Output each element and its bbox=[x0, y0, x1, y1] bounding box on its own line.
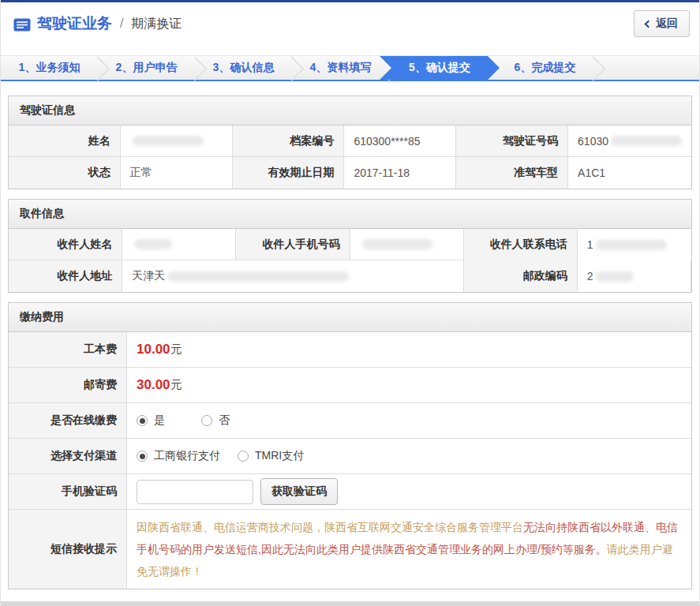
back-button[interactable]: 返回 bbox=[634, 10, 690, 37]
sms-code-input[interactable] bbox=[137, 480, 253, 504]
channel-tmri-option[interactable]: TMRI支付 bbox=[238, 449, 304, 463]
step-2-user-declaration[interactable]: 2、用户申告 bbox=[98, 56, 195, 80]
address-value: 天津天 bbox=[122, 260, 464, 292]
main-content: 驾驶证信息 姓名 档案编号 610300****85 驾驶证号码 61030 状… bbox=[1, 81, 699, 606]
postage-value: 30.00元 bbox=[127, 368, 691, 403]
file-no-value: 610300****85 bbox=[344, 125, 456, 157]
postcode-label: 邮政编码 bbox=[464, 260, 578, 292]
redacted-name bbox=[133, 136, 204, 146]
recipient-mobile-value bbox=[350, 229, 464, 260]
recipient-mobile-label: 收件人手机号码 bbox=[236, 229, 350, 260]
page-header: 驾驶证业务 / 期满换证 返回 bbox=[1, 2, 699, 45]
pay-online-no-label: 否 bbox=[219, 413, 230, 428]
bottom-divider-strip bbox=[1, 601, 699, 606]
radio-checked-icon[interactable] bbox=[137, 415, 148, 426]
recipient-name-value bbox=[122, 229, 236, 260]
channel-icbc-option[interactable]: 工商银行支付 bbox=[137, 449, 220, 463]
status-label: 状态 bbox=[9, 157, 121, 189]
name-value bbox=[121, 125, 233, 157]
file-no-label: 档案编号 bbox=[233, 125, 345, 157]
step-5-confirm-submit-active[interactable]: 5、确认提交 bbox=[380, 56, 500, 80]
postage-unit: 元 bbox=[171, 378, 182, 392]
postcode-value: 2 bbox=[578, 260, 691, 292]
pay-channel-options: 工商银行支付 TMRI支付 bbox=[127, 439, 691, 474]
fee-amount: 10.00 bbox=[137, 342, 170, 357]
step-1-business-notice[interactable]: 1、业务须知 bbox=[1, 56, 98, 80]
license-info-section: 驾驶证信息 姓名 档案编号 610300****85 驾驶证号码 61030 状… bbox=[8, 95, 692, 189]
fee-label: 工本费 bbox=[9, 332, 127, 368]
fee-value: 10.00元 bbox=[127, 332, 691, 368]
radio-unchecked-icon[interactable] bbox=[201, 415, 212, 426]
expiry-value: 2017-11-18 bbox=[344, 157, 456, 189]
redacted-recipient-tel bbox=[596, 240, 667, 250]
payment-section-title: 缴纳费用 bbox=[9, 303, 691, 332]
payment-section: 缴纳费用 工本费 10.00元 邮寄费 30.00元 是否在线缴费 是 否 bbox=[8, 302, 692, 589]
license-no-label: 驾驶证号码 bbox=[456, 125, 568, 157]
channel-tmri-label: TMRI支付 bbox=[255, 449, 304, 463]
redacted-recipient-mobile bbox=[362, 239, 433, 249]
fee-unit: 元 bbox=[171, 342, 182, 357]
back-button-label: 返回 bbox=[656, 17, 678, 31]
redacted-address bbox=[167, 271, 349, 282]
get-code-button[interactable]: 获取验证码 bbox=[260, 478, 338, 505]
postage-label: 邮寄费 bbox=[9, 368, 127, 403]
channel-icbc-label: 工商银行支付 bbox=[154, 449, 220, 463]
sms-code-label: 手机验证码 bbox=[9, 474, 127, 510]
pickup-info-section: 取件信息 收件人姓名 收件人手机号码 收件人联系电话 1 收件人地址 天津天 邮… bbox=[8, 199, 692, 293]
address-label: 收件人地址 bbox=[9, 260, 122, 292]
license-section-title: 驾驶证信息 bbox=[9, 96, 691, 125]
vehicle-class-value: A1C1 bbox=[568, 157, 691, 189]
breadcrumb-separator: / bbox=[120, 17, 123, 31]
step-navigation: 1、业务须知 2、用户申告 3、确认信息 4、资料填写 5、确认提交 6、完成提… bbox=[1, 55, 699, 81]
license-no-value: 61030 bbox=[568, 125, 691, 157]
pay-online-yes-label: 是 bbox=[154, 413, 165, 428]
pay-online-options: 是 否 bbox=[127, 403, 691, 439]
pay-online-label: 是否在线缴费 bbox=[9, 403, 127, 439]
step-4-fill-data[interactable]: 4、资料填写 bbox=[292, 56, 389, 80]
step-6-complete-submit[interactable]: 6、完成提交 bbox=[496, 56, 593, 80]
redacted-recipient-name bbox=[134, 239, 172, 249]
status-value: 正常 bbox=[121, 157, 233, 189]
chevron-left-icon bbox=[645, 20, 653, 28]
expiry-label: 有效期止日期 bbox=[233, 157, 345, 189]
pay-channel-label: 选择支付渠道 bbox=[9, 439, 127, 474]
redacted-license-no bbox=[611, 136, 682, 146]
name-label: 姓名 bbox=[9, 125, 121, 157]
radio-checked-icon[interactable] bbox=[137, 451, 148, 462]
notice-part-1: 因陕西省联通、电信运营商技术问题，陕西省互联网交通安全综合服务管理平台 bbox=[137, 521, 523, 533]
pay-online-yes-option[interactable]: 是 bbox=[137, 413, 165, 428]
sms-code-row: 获取验证码 bbox=[127, 474, 691, 510]
recipient-name-label: 收件人姓名 bbox=[9, 229, 122, 260]
recipient-tel-value: 1 bbox=[578, 229, 691, 260]
breadcrumb-current: 期满换证 bbox=[131, 16, 182, 32]
sms-notice-label: 短信接收提示 bbox=[9, 510, 127, 589]
postage-amount: 30.00 bbox=[137, 377, 170, 393]
vehicle-class-label: 准驾车型 bbox=[456, 157, 568, 189]
redacted-postcode bbox=[596, 271, 634, 282]
recipient-tel-label: 收件人联系电话 bbox=[464, 229, 578, 260]
page-title: 驾驶证业务 bbox=[37, 13, 112, 34]
pay-online-no-option[interactable]: 否 bbox=[201, 413, 230, 428]
radio-unchecked-icon[interactable] bbox=[238, 451, 249, 462]
step-3-confirm-info[interactable]: 3、确认信息 bbox=[195, 56, 292, 80]
pickup-section-title: 取件信息 bbox=[9, 200, 691, 229]
sms-notice-text: 因陕西省联通、电信运营商技术问题，陕西省互联网交通安全综合服务管理平台无法向持陕… bbox=[127, 510, 691, 589]
form-list-icon bbox=[13, 18, 31, 32]
